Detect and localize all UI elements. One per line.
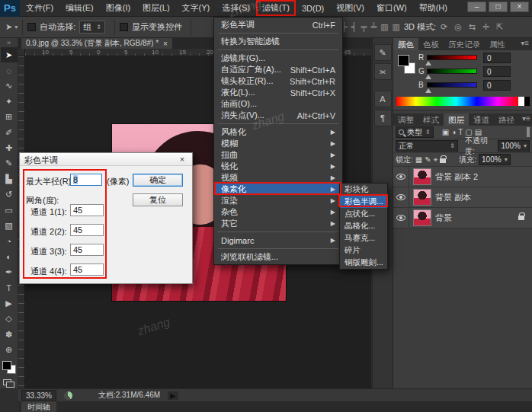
history-brush-tool[interactable]: ↺ bbox=[1, 187, 18, 203]
menu-view[interactable]: 视图(V) bbox=[330, 0, 370, 16]
align-top-icon[interactable]: ╤ bbox=[361, 22, 367, 32]
filter-kind-image-icon[interactable]: ▣ bbox=[442, 128, 449, 136]
menu-filter[interactable]: 滤镜(T) bbox=[256, 0, 296, 16]
fill-value[interactable]: 100% ▾ bbox=[479, 154, 511, 165]
submenu-item-pointillize[interactable]: 点状化... bbox=[340, 208, 387, 220]
panel-menu-icon[interactable]: ▾≡ bbox=[518, 38, 532, 50]
channel-3-input[interactable]: 45 bbox=[70, 244, 104, 256]
tab-styles[interactable]: 样式 bbox=[418, 113, 444, 126]
path-select-tool[interactable]: ▶ bbox=[1, 295, 18, 311]
3d-slide-icon[interactable]: ✛ bbox=[482, 22, 489, 32]
align-right-icon[interactable]: ╡ bbox=[351, 22, 357, 32]
dialog-title-bar[interactable]: 彩色半调 × bbox=[20, 153, 192, 166]
layer-name[interactable]: 背景 副本 2 bbox=[435, 171, 478, 183]
lasso-tool[interactable]: ∿ bbox=[1, 78, 18, 94]
layer-name[interactable]: 背景 bbox=[435, 212, 452, 224]
filter-menu-item-sharpen[interactable]: 锐化▶ bbox=[214, 161, 342, 172]
lock-position-icon[interactable]: ⌖ bbox=[434, 155, 438, 164]
green-slider-knob[interactable] bbox=[425, 75, 431, 79]
crop-tool[interactable]: ⊞ bbox=[1, 110, 18, 125]
color-spectrum-bar[interactable] bbox=[396, 97, 518, 106]
clone-stamp-tool[interactable]: ▙ bbox=[1, 171, 18, 187]
align-bottom-icon[interactable]: ╧ bbox=[370, 22, 377, 32]
layer-thumbnail[interactable] bbox=[413, 168, 431, 185]
distribute-icon[interactable]: ▥ bbox=[380, 22, 388, 32]
filter-menu-item-other[interactable]: 其它▶ bbox=[214, 218, 342, 229]
layer-thumbnail[interactable] bbox=[413, 209, 431, 226]
submenu-item-mezzotint[interactable]: 铜版雕刻... bbox=[340, 257, 387, 269]
tab-paths[interactable]: 路径 bbox=[494, 113, 519, 126]
layer-row[interactable]: 背景 副本 2 bbox=[393, 167, 532, 187]
filter-menu-item-browse-filters-online[interactable]: 浏览联机滤镜... bbox=[214, 251, 342, 263]
filter-menu-item-oil-paint[interactable]: 油画(O)... bbox=[214, 98, 342, 110]
3d-roll-icon[interactable]: ◎ bbox=[454, 22, 462, 32]
filter-menu-item-digimarc[interactable]: Digimarc▶ bbox=[214, 235, 342, 246]
reset-button[interactable]: 复位 bbox=[133, 193, 183, 206]
filter-menu-item-distort[interactable]: 扭曲▶ bbox=[214, 149, 342, 161]
auto-select-dropdown[interactable]: 组 ⇕ bbox=[79, 21, 105, 34]
blue-value[interactable]: 0 bbox=[483, 80, 511, 91]
max-radius-input[interactable]: 8 bbox=[70, 174, 102, 186]
minimize-button[interactable]: – bbox=[467, 2, 486, 12]
filter-menu-item-noise[interactable]: 杂色▶ bbox=[214, 206, 342, 218]
timeline-tab[interactable]: 时间轴 bbox=[21, 401, 56, 412]
pen-tool[interactable]: ✒ bbox=[1, 264, 18, 279]
filter-menu-item-filter-gallery[interactable]: 滤镜库(G)... bbox=[214, 53, 342, 64]
green-slider[interactable] bbox=[427, 69, 477, 74]
layer-name[interactable]: 背景 副本 bbox=[435, 192, 471, 203]
filter-menu-item-video[interactable]: 视频▶ bbox=[214, 172, 342, 184]
green-value[interactable]: 0 bbox=[483, 66, 511, 77]
tab-layers[interactable]: 图层 bbox=[444, 113, 469, 126]
hand-tool[interactable]: ✽ bbox=[1, 327, 18, 342]
screen-mode-button[interactable] bbox=[3, 379, 15, 388]
toolbar-collapse-icon[interactable]: » bbox=[7, 38, 11, 47]
distribute-icon[interactable]: ▥ bbox=[393, 22, 400, 32]
visibility-toggle[interactable] bbox=[393, 208, 409, 228]
submenu-item-fragment[interactable]: 碎片 bbox=[340, 244, 387, 257]
blend-mode-dropdown[interactable]: 正常 ⇕ bbox=[396, 140, 458, 152]
menu-image[interactable]: 图像(I) bbox=[100, 0, 136, 16]
filter-menu-item-blur[interactable]: 模糊▶ bbox=[214, 138, 342, 149]
brush-presets-panel-icon[interactable]: ✎ bbox=[374, 44, 392, 61]
filter-menu-item-smart-filter[interactable]: 转换为智能滤镜 bbox=[214, 36, 342, 47]
opacity-value[interactable]: 100% ▾ bbox=[498, 140, 530, 152]
blur-tool[interactable]: ◔ bbox=[1, 234, 18, 249]
tab-color[interactable]: 颜色 bbox=[393, 38, 418, 50]
foreground-color-swatch[interactable] bbox=[2, 361, 11, 370]
status-arrow-icon[interactable]: ▶ bbox=[168, 391, 178, 400]
zoom-level-field[interactable]: 33.33% bbox=[21, 390, 56, 401]
tab-channels[interactable]: 通道 bbox=[469, 113, 494, 126]
submenu-item-crystallize[interactable]: 晶格化... bbox=[340, 220, 387, 232]
filter-menu-item-stylize[interactable]: 风格化▶ bbox=[214, 126, 342, 138]
maximize-button[interactable]: □ bbox=[489, 2, 508, 12]
tool-preset-dropdown-icon[interactable]: ▾ bbox=[14, 24, 18, 30]
eyedropper-tool[interactable]: ✐ bbox=[1, 125, 18, 140]
filter-menu-item-render[interactable]: 渲染▶ bbox=[214, 195, 342, 206]
layer-thumbnail[interactable] bbox=[413, 189, 431, 206]
filter-menu-item-vanishing-point[interactable]: 消失点(V)... Alt+Ctrl+V bbox=[214, 110, 342, 121]
submenu-item-mosaic[interactable]: 马赛克... bbox=[340, 232, 387, 244]
filter-kind-adjustment-icon[interactable]: ◑ bbox=[451, 128, 456, 136]
channel-1-input[interactable]: 45 bbox=[70, 204, 104, 216]
clone-source-panel-icon[interactable]: ≍ bbox=[374, 63, 392, 80]
menu-layer[interactable]: 图层(L) bbox=[136, 0, 175, 16]
dialog-close-icon[interactable]: × bbox=[177, 155, 187, 164]
gradient-tool[interactable]: ▧ bbox=[1, 218, 18, 233]
menu-help[interactable]: 帮助(H) bbox=[413, 0, 453, 16]
auto-select-checkbox[interactable] bbox=[27, 23, 36, 31]
spectrum-white-swatch[interactable] bbox=[518, 97, 524, 106]
ok-button[interactable]: 确定 bbox=[133, 174, 183, 187]
red-slider-knob[interactable] bbox=[425, 61, 431, 65]
layer-filter-type-dropdown[interactable]: 类型 ⇕ bbox=[396, 126, 434, 138]
blue-slider-knob[interactable] bbox=[425, 88, 431, 93]
menu-window[interactable]: 窗口(W) bbox=[370, 0, 413, 16]
3d-pan-icon[interactable]: ⇆ bbox=[469, 22, 476, 32]
menu-3d[interactable]: 3D(D) bbox=[296, 2, 330, 15]
menu-select[interactable]: 选择(S) bbox=[216, 0, 256, 16]
magic-wand-tool[interactable]: ✦ bbox=[1, 94, 18, 109]
character-panel-icon[interactable]: A bbox=[374, 91, 392, 107]
move-tool-preset-icon[interactable]: ➤ bbox=[5, 22, 12, 32]
filter-menu-item-liquify[interactable]: 液化(L)... Shift+Ctrl+X bbox=[214, 87, 342, 98]
spectrum-black-swatch[interactable] bbox=[524, 97, 530, 106]
lock-all-icon[interactable] bbox=[440, 158, 446, 163]
